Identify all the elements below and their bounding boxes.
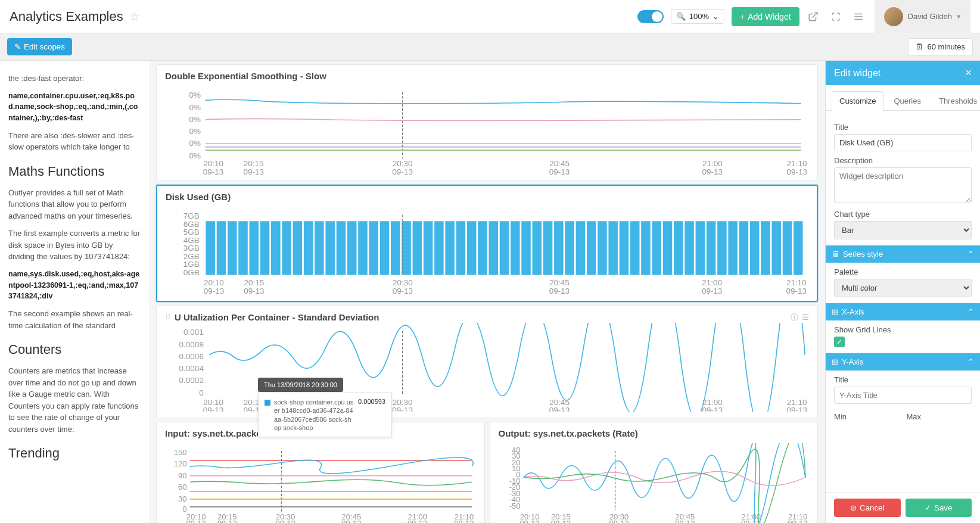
close-icon[interactable]: ×: [965, 67, 972, 79]
y-title-input[interactable]: [834, 387, 972, 404]
zoom-control[interactable]: 🔍 100% ⌄: [671, 9, 724, 24]
svg-rect-53: [445, 221, 455, 275]
svg-rect-80: [739, 221, 749, 275]
svg-rect-63: [554, 221, 564, 275]
svg-text:150: 150: [174, 447, 187, 456]
svg-rect-69: [620, 221, 629, 275]
svg-text:09-13: 09-13: [549, 406, 570, 411]
svg-rect-62: [543, 221, 553, 275]
save-button[interactable]: ✓ Save: [906, 499, 972, 517]
section-y-axis[interactable]: ⊞ Y-Axis ⌃: [826, 353, 980, 371]
chart-tx-rate: 403020 100-10 -20-30-40-50 20:1009-13 20…: [499, 443, 810, 523]
svg-rect-49: [402, 221, 411, 275]
chart-disk-used: 7GB6GB5GB 4GB3GB2GB 1GB0GB 20:1009-13 20…: [166, 207, 808, 295]
svg-text:09-13: 09-13: [454, 519, 474, 523]
svg-rect-71: [641, 221, 651, 275]
star-icon[interactable]: ☆: [129, 10, 140, 24]
svg-rect-55: [467, 221, 477, 275]
svg-rect-67: [598, 221, 607, 275]
desc-textarea[interactable]: [834, 167, 972, 203]
title-input[interactable]: [834, 134, 972, 151]
svg-rect-85: [794, 221, 803, 275]
panel-header: Edit widget ×: [826, 61, 980, 85]
svg-rect-79: [728, 221, 738, 275]
svg-text:09-13: 09-13: [549, 286, 570, 295]
svg-line-0: [812, 13, 817, 17]
svg-text:09-13: 09-13: [741, 519, 761, 523]
section-series-style[interactable]: 🖥 Series style ⌃: [826, 245, 980, 263]
svg-text:09-13: 09-13: [243, 167, 264, 175]
chart-des-slow: 0%0%0% 0%0%0% 20:1009-13 20:1509-13 20:3…: [165, 86, 809, 175]
svg-text:09-13: 09-13: [217, 519, 237, 523]
svg-text:09-13: 09-13: [341, 519, 361, 523]
max-label: Max: [907, 412, 972, 421]
svg-text:09-13: 09-13: [702, 406, 723, 411]
svg-rect-59: [511, 221, 520, 275]
widget-disk-used[interactable]: Disk Used (GB) 7GB6GB5GB 4GB3GB2GB 1GB0G…: [156, 185, 818, 302]
svg-text:09-13: 09-13: [788, 519, 807, 523]
panel-tabs: Customize Queries Thresholds: [826, 85, 980, 111]
svg-rect-77: [707, 221, 716, 275]
timerange-picker[interactable]: 🗓 60 minutes: [908, 38, 973, 55]
chart-type-label: Chart type: [834, 210, 972, 219]
svg-rect-38: [282, 221, 291, 275]
series-color-swatch: [265, 400, 270, 406]
tab-customize[interactable]: Customize: [832, 91, 883, 110]
avatar: [884, 7, 903, 26]
svg-text:0%: 0%: [189, 151, 201, 160]
edit-toggle[interactable]: [637, 10, 664, 23]
menu-icon[interactable]: [850, 8, 867, 26]
svg-rect-35: [250, 221, 259, 275]
svg-text:0.0008: 0.0008: [179, 340, 204, 349]
svg-rect-58: [500, 221, 509, 275]
svg-rect-51: [424, 221, 433, 275]
para: the :des-fast operator:: [8, 73, 141, 85]
section-x-axis[interactable]: ⊞ X-Axis ⌃: [826, 303, 980, 320]
palette-select[interactable]: Multi color: [834, 279, 972, 297]
widget-des-slow[interactable]: Double Exponential Smoothing - Slow 0%0%…: [156, 64, 818, 181]
svg-rect-65: [576, 221, 586, 275]
grid-label: Show Grid Lines: [834, 325, 972, 334]
cancel-button[interactable]: ⊘ Cancel: [834, 499, 901, 517]
check-icon: ✓: [925, 503, 931, 512]
desc-label: Description: [834, 156, 972, 165]
chart-type-select[interactable]: Bar: [834, 221, 972, 239]
chevron-down-icon: ▾: [957, 12, 961, 21]
svg-text:0.0006: 0.0006: [179, 352, 204, 361]
code-example: name,container.cpu.user,:eq,k8s.pod.name…: [8, 91, 141, 124]
svg-rect-73: [663, 221, 673, 275]
drag-handle-icon[interactable]: ⠿: [165, 313, 171, 322]
svg-text:0%: 0%: [189, 127, 201, 136]
add-widget-button[interactable]: + Add Widget: [732, 7, 799, 26]
min-label: Min: [834, 412, 900, 421]
tab-thresholds[interactable]: Thresholds: [931, 91, 980, 110]
svg-rect-78: [717, 221, 727, 275]
series-label: sock-shop container.cpu.user b148ccd0-ad…: [274, 398, 354, 432]
fullscreen-icon[interactable]: [827, 8, 845, 26]
open-external-icon[interactable]: [804, 8, 822, 26]
svg-rect-47: [380, 221, 390, 275]
svg-rect-32: [217, 221, 226, 275]
svg-text:60: 60: [178, 482, 186, 491]
chevron-up-icon: ⌃: [967, 307, 974, 316]
info-icon[interactable]: ⓘ: [791, 312, 798, 323]
svg-rect-56: [478, 221, 487, 275]
tab-queries[interactable]: Queries: [886, 91, 929, 110]
widget-menu-icon[interactable]: ☰: [802, 313, 809, 322]
svg-rect-70: [630, 221, 640, 275]
chevron-up-icon: ⌃: [967, 357, 974, 366]
widget-cpu-stddev[interactable]: ⠿ U Utalization Per Container - Standard…: [156, 306, 818, 418]
svg-rect-82: [761, 221, 770, 275]
svg-text:0.001: 0.001: [183, 328, 204, 337]
widget-tx-rate[interactable]: Output: sys.net.tx.packets (Rate) 403020…: [490, 422, 819, 523]
svg-rect-84: [783, 221, 792, 275]
grid-checkbox[interactable]: ✓: [834, 337, 845, 347]
svg-text:120: 120: [174, 459, 187, 468]
heading-counters: Counters: [8, 340, 141, 359]
svg-rect-31: [206, 221, 215, 275]
monitor-icon: 🖥: [832, 250, 839, 259]
svg-rect-83: [771, 221, 781, 275]
svg-rect-40: [304, 221, 313, 275]
user-menu[interactable]: David Gildeh ▾: [875, 0, 970, 33]
edit-scopes-button[interactable]: ✎ Edit scopes: [7, 38, 72, 55]
